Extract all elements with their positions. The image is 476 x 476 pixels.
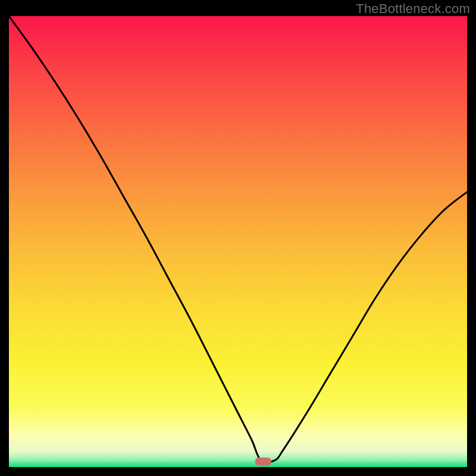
plot-area: [9, 16, 467, 467]
bottleneck-chart: [9, 16, 467, 467]
gradient-background: [9, 16, 467, 467]
chart-frame: TheBottleneck.com: [0, 0, 476, 476]
optimal-marker: [255, 458, 271, 466]
watermark-text: TheBottleneck.com: [356, 1, 470, 17]
